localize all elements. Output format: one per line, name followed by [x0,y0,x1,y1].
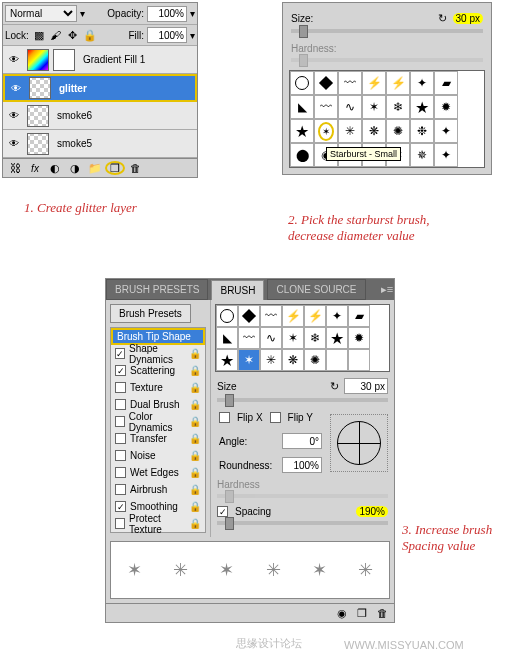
spacing-value[interactable]: 190% [356,506,388,517]
round-input[interactable] [282,457,322,473]
layer-row[interactable]: 👁 Gradient Fill 1 [3,46,197,74]
lock-all-icon[interactable]: 🔒 [83,28,97,42]
tab-clone[interactable]: CLONE SOURCE [267,279,365,300]
opt-noise[interactable]: Noise🔒 [111,447,205,464]
flipx-cb[interactable] [219,412,230,423]
brush-preview: ✶✳✶✳✶✳ [110,541,390,599]
layer-row[interactable]: 👁 smoke6 [3,102,197,130]
round-label: Roundness: [219,460,279,471]
lock-paint-icon[interactable]: 🖌 [49,28,63,42]
opt-transfer[interactable]: Transfer🔒 [111,430,205,447]
hardness-label: Hardness: [291,43,337,54]
layer-thumb [27,105,49,127]
layer-row[interactable]: 👁 smoke5 [3,130,197,158]
adj-icon[interactable]: ◑ [65,161,85,175]
layer-name: Gradient Fill 1 [83,54,145,65]
brush-grid[interactable]: 〰⚡⚡✦▰ ◣〰∿✶❄★✹ ★✶✳❋✺❉✦ ⬤◉✱✷✶✵✦ Starburst … [289,70,485,168]
blend-mode-select[interactable]: Normal [5,5,77,22]
opt-protect[interactable]: Protect Texture🔒 [111,515,205,532]
menu-icon[interactable]: ▸≡ [380,283,394,297]
mask-icon[interactable]: ◐ [45,161,65,175]
spacing-cb[interactable]: ✓ [217,506,228,517]
eye-icon[interactable]: 👁 [3,138,25,149]
down-icon: ▾ [190,30,195,41]
eye-icon[interactable]: 👁 [5,83,27,94]
fill-label: Fill: [128,30,144,41]
opt-shape-dyn[interactable]: ✓Shape Dynamics🔒 [111,345,205,362]
hardness-slider [291,58,483,62]
size-slider[interactable] [217,398,388,402]
size-input[interactable] [344,378,388,394]
opt-texture[interactable]: Texture🔒 [111,379,205,396]
layer-thumb [27,49,49,71]
angle-label: Angle: [219,436,279,447]
size-label: Size: [291,13,313,24]
hard-slider [217,494,388,498]
size-label: Size [217,381,236,392]
trash-icon[interactable]: 🗑 [372,606,392,620]
opt-scattering[interactable]: ✓Scattering🔒 [111,362,205,379]
spacing-label: Spacing [235,506,271,517]
layer-row[interactable]: 👁 glitter [3,74,197,102]
brush-presets-btn[interactable]: Brush Presets [110,304,191,323]
reset-icon[interactable]: ↻ [327,379,341,393]
reset-icon[interactable]: ↻ [436,11,450,25]
layer-mask [53,49,75,71]
toggle-icon[interactable]: ◉ [332,606,352,620]
anno-1: 1. Create glitter layer [24,200,137,216]
brush-options-list: Brush Tip Shape ✓Shape Dynamics🔒 ✓Scatte… [110,327,206,533]
layer-thumb [29,77,51,99]
lock-move-icon[interactable]: ✥ [66,28,80,42]
watermark: 思缘设计论坛 [236,636,302,651]
layer-name: smoke5 [57,138,92,149]
lock-label: Lock: [5,30,29,41]
link-icon[interactable]: ⛓ [5,161,25,175]
opt-color[interactable]: Color Dynamics🔒 [111,413,205,430]
folder-icon[interactable]: 📁 [85,161,105,175]
angle-widget[interactable] [330,414,388,472]
down-icon: ▾ [80,8,85,19]
brush-tooltip: Starburst - Small [326,147,401,161]
opacity-input[interactable] [147,6,187,22]
layer-thumb [27,133,49,155]
fill-input[interactable] [147,27,187,43]
lock-trans-icon[interactable]: ▩ [32,28,46,42]
new-layer-icon[interactable]: ❐ [105,161,125,175]
eye-icon[interactable]: 👁 [3,54,25,65]
anno-3: 3. Increase brush Spacing value [402,522,492,554]
eye-icon[interactable]: 👁 [3,110,25,121]
angle-input[interactable] [282,433,322,449]
size-slider[interactable] [291,29,483,33]
spacing-slider[interactable] [217,521,388,525]
layer-name: glitter [59,83,87,94]
flipy-cb[interactable] [270,412,281,423]
size-value[interactable]: 30 px [453,13,483,24]
brush-grid[interactable]: 〰⚡⚡✦▰ ◣〰∿✶❄★✹ ★✶✳❋✺ [215,304,390,372]
opt-airbrush[interactable]: Airbrush🔒 [111,481,205,498]
down-icon: ▾ [190,8,195,19]
hard-label: Hardness [217,479,260,490]
anno-2: 2. Pick the starburst brush, decrease di… [288,212,430,244]
tab-presets[interactable]: BRUSH PRESETS [106,279,208,300]
layer-name: smoke6 [57,110,92,121]
watermark: WWW.MISSYUAN.COM [344,639,464,651]
new-icon[interactable]: ❐ [352,606,372,620]
trash-icon[interactable]: 🗑 [125,161,145,175]
opacity-label: Opacity: [107,8,144,19]
tab-brush[interactable]: BRUSH [211,280,264,300]
opt-wet[interactable]: Wet Edges🔒 [111,464,205,481]
fx-icon[interactable]: fx [25,161,45,175]
